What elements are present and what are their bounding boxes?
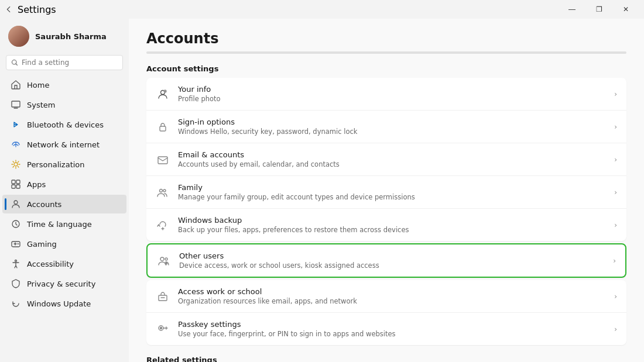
sidebar-item-privacy[interactable]: Privacy & security [2, 274, 126, 293]
access-work-item[interactable]: Access work or school Organization resou… [146, 280, 626, 313]
backup-title: Windows backup [178, 216, 606, 225]
search-input[interactable] [22, 58, 118, 67]
family-title: Family [178, 183, 606, 192]
title-bar: Settings — ❐ ✕ [0, 0, 644, 19]
sidebar-item-personalization[interactable]: Personalization [2, 155, 126, 174]
update-icon [11, 298, 21, 309]
accounts-nav-label: Accounts [27, 200, 61, 209]
passkey-desc: Use your face, fingerprint, or PIN to si… [178, 330, 606, 338]
signin-options-item[interactable]: Sign-in options Windows Hello, security … [146, 111, 626, 143]
family-chevron: › [614, 188, 617, 196]
windows-backup-item[interactable]: Windows backup Back up your files, apps,… [146, 209, 626, 241]
email-chevron: › [614, 156, 617, 164]
minimize-button[interactable]: — [559, 0, 585, 19]
access-work-icon [156, 289, 170, 304]
network-label: Network & internet [27, 140, 100, 149]
family-item[interactable]: Family Manage your family group, edit ac… [146, 176, 626, 209]
svg-point-19 [163, 189, 166, 192]
svg-point-21 [165, 258, 167, 260]
family-desc: Manage your family group, edit account t… [178, 193, 606, 201]
sidebar-item-system[interactable]: System [2, 95, 126, 114]
sidebar-item-apps[interactable]: Apps [2, 175, 126, 194]
sidebar-item-update[interactable]: Windows Update [2, 294, 126, 313]
email-accounts-item[interactable]: Email & accounts Accounts used by email,… [146, 143, 626, 176]
backup-desc: Back up your files, apps, preferences to… [178, 226, 606, 234]
family-icon [156, 185, 170, 199]
backup-text: Windows backup Back up your files, apps,… [178, 216, 606, 234]
access-work-text: Access work or school Organization resou… [178, 287, 606, 305]
time-icon [11, 219, 21, 229]
sidebar-item-time[interactable]: Time & language [2, 215, 126, 233]
avatar [8, 26, 29, 47]
window-controls: — ❐ ✕ [559, 0, 639, 19]
personalization-icon [11, 159, 21, 170]
other-users-item[interactable]: Other users Device access, work or schoo… [148, 244, 625, 277]
network-icon [11, 139, 21, 150]
access-work-chevron: › [614, 292, 617, 301]
sidebar-item-gaming[interactable]: Gaming [2, 235, 126, 253]
main-content: Accounts Account settings Your info Prof… [129, 19, 644, 362]
sidebar-item-accounts[interactable]: Accounts [2, 195, 126, 213]
your-info-item[interactable]: Your info Profile photo › [146, 78, 626, 111]
svg-point-25 [160, 327, 162, 329]
privacy-icon [11, 278, 21, 289]
close-button[interactable]: ✕ [612, 0, 639, 19]
sidebar-item-accessibility[interactable]: Accessibility [2, 254, 126, 273]
email-title: Email & accounts [178, 150, 606, 159]
your-info-icon [156, 87, 170, 101]
your-info-chevron: › [614, 90, 617, 98]
svg-rect-17 [158, 157, 167, 164]
back-icon[interactable] [5, 5, 13, 13]
gaming-label: Gaming [27, 240, 57, 249]
system-label: System [27, 101, 55, 109]
app-container: Saurabh Sharma Home System [0, 19, 644, 362]
related-settings-label: Related settings [146, 356, 626, 362]
update-label: Windows Update [27, 299, 91, 308]
title-bar-left: Settings [5, 4, 56, 15]
family-text: Family Manage your family group, edit ac… [178, 183, 606, 201]
sidebar-item-network[interactable]: Network & internet [2, 135, 126, 154]
access-passkey-card: Access work or school Organization resou… [146, 280, 626, 345]
signin-text: Sign-in options Windows Hello, security … [178, 118, 606, 136]
other-users-text: Other users Device access, work or schoo… [179, 251, 605, 270]
sidebar-item-home[interactable]: Home [2, 75, 126, 94]
personalization-label: Personalization [27, 160, 85, 169]
svg-rect-7 [16, 185, 20, 188]
signin-desc: Windows Hello, security key, password, d… [178, 127, 606, 136]
window-title: Settings [18, 4, 56, 15]
other-users-icon [157, 254, 171, 268]
page-title: Accounts [146, 30, 626, 47]
apps-label: Apps [27, 180, 46, 189]
access-work-desc: Organization resources like email, apps,… [178, 297, 606, 305]
other-users-title: Other users [179, 251, 605, 260]
other-users-desc: Device access, work or school users, kio… [179, 261, 605, 270]
privacy-label: Privacy & security [27, 280, 95, 288]
gaming-icon [11, 239, 21, 249]
sidebar: Saurabh Sharma Home System [0, 19, 129, 362]
related-settings-section: Related settings Account privacy View yo… [146, 356, 626, 362]
account-settings-card: Your info Profile photo › Sign-in option… [146, 78, 626, 241]
accounts-nav-icon [11, 199, 21, 209]
email-desc: Accounts used by email, calendar, and co… [178, 160, 606, 168]
signin-chevron: › [614, 123, 617, 131]
system-icon [11, 99, 21, 110]
sidebar-profile[interactable]: Saurabh Sharma [0, 19, 129, 53]
account-settings-label: Account settings [146, 64, 626, 73]
svg-point-3 [14, 163, 18, 166]
bluetooth-icon [11, 119, 21, 130]
passkey-text: Passkey settings Use your face, fingerpr… [178, 320, 606, 338]
svg-rect-5 [16, 180, 20, 184]
apps-icon [11, 179, 21, 189]
other-users-chevron: › [613, 257, 616, 265]
passkey-item[interactable]: Passkey settings Use your face, fingerpr… [146, 313, 626, 345]
home-icon [11, 80, 21, 90]
svg-rect-2 [12, 101, 20, 107]
backup-chevron: › [614, 221, 617, 229]
passkey-title: Passkey settings [178, 320, 606, 329]
profile-name: Saurabh Sharma [35, 32, 107, 41]
sidebar-item-bluetooth[interactable]: Bluetooth & devices [2, 115, 126, 134]
access-work-title: Access work or school [178, 287, 606, 296]
maximize-button[interactable]: ❐ [585, 0, 612, 19]
search-box[interactable] [6, 55, 123, 70]
bluetooth-label: Bluetooth & devices [27, 120, 104, 129]
